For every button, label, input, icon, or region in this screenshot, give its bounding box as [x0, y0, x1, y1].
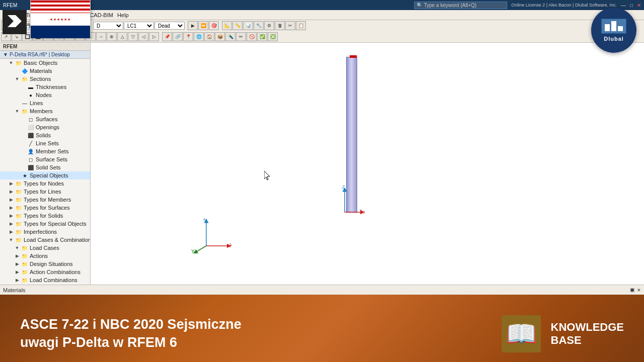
tb-btn9[interactable]: 📏	[232, 21, 243, 30]
tb2-btn10[interactable]: ↔	[96, 32, 106, 41]
tb2-btn26[interactable]: ❎	[268, 32, 278, 41]
banner-right: 📖 KNOWLEDGE BASE	[502, 315, 624, 352]
tree-lc-folder[interactable]: ▼ 📁 Load Cases	[0, 244, 90, 252]
tb-btn6[interactable]: ⏩	[198, 21, 208, 30]
tree-design-situations[interactable]: ▶ 📁 Design Situations	[0, 260, 90, 268]
bottom-banner: ASCE 7-22 i NBC 2020 Sejsmiczne uwagi P-…	[0, 295, 644, 362]
tb-btn15[interactable]: 📋	[296, 21, 306, 30]
tree-types-solids[interactable]: ▶ 📁 Types for Solids	[0, 212, 90, 220]
close-btn[interactable]: ✕	[637, 3, 641, 8]
tree-nodes[interactable]: ● Nodes	[0, 91, 90, 99]
tree-load-combinations[interactable]: ▶ 📁 Load Combinations	[0, 276, 90, 284]
tb2-btn11[interactable]: ⊕	[107, 32, 117, 41]
model-top-pin	[350, 55, 357, 58]
tree-special-objects[interactable]: ★ Special Objects	[0, 171, 90, 179]
tree-action-combinations[interactable]: ▶ 📁 Action Combinations	[0, 268, 90, 276]
svg-text:X: X	[363, 210, 365, 215]
sidebar: RFEM ▼ P-Delta RSA.rf6* | Desktop ▼ 📁 Ba…	[0, 43, 91, 285]
tree-materials[interactable]: 🔷 Materials	[0, 67, 90, 75]
arrow-svg	[7, 14, 23, 30]
tree-types-nodes[interactable]: ▶ 📁 Types for Nodes	[0, 179, 90, 188]
tree-types-lines[interactable]: ▶ 📁 Types for Lines	[0, 188, 90, 196]
cursor	[264, 171, 272, 181]
combo-lc[interactable]: LC1	[124, 22, 154, 30]
tb-btn14[interactable]: ✂	[285, 21, 295, 30]
book-icon: 📖	[502, 315, 541, 352]
tree-solidsets[interactable]: ⬛ Solid Sets	[0, 163, 90, 171]
tree-sections[interactable]: ▼ 📁 Sections	[0, 75, 90, 83]
tree-surfaces[interactable]: ◻ Surfaces	[0, 115, 90, 123]
tree-surfacesets[interactable]: ◻ Surface Sets	[0, 155, 90, 163]
tree-types-surfaces[interactable]: ▶ 📁 Types for Surfaces	[0, 204, 90, 212]
tree-thicknesses[interactable]: ▬ Thicknesses	[0, 83, 90, 91]
tree-openings[interactable]: ⬜ Openings	[0, 123, 90, 131]
tb2-btn16[interactable]: 📌	[162, 32, 172, 41]
tb2-btn20[interactable]: 🏠	[204, 32, 214, 41]
tree-actions[interactable]: ▶ 📁 Actions	[0, 252, 90, 260]
dlubal-logo: Dlubal	[591, 8, 636, 53]
banner-text: ASCE 7-22 i NBC 2020 Sejsmiczne uwagi P-…	[20, 316, 242, 351]
canvas-area[interactable]: 7 Z X	[91, 43, 644, 285]
search-box[interactable]: 🔍 Type a keyword (Alt+Q)	[414, 2, 507, 9]
dlubal-icon-svg	[604, 20, 624, 32]
svg-text:Y: Y	[191, 249, 195, 253]
tree-types-members[interactable]: ▶ 📁 Types for Members	[0, 196, 90, 204]
tb-btn7[interactable]: 🎯	[209, 21, 219, 30]
tb2-btn15[interactable]: ▷	[149, 32, 159, 41]
model-axis-svg: Z X	[335, 185, 365, 215]
tb2-btn13[interactable]: ▽	[128, 32, 138, 41]
svg-rect-12	[605, 24, 610, 31]
panel-close-btn[interactable]: ✕	[637, 288, 641, 293]
svg-text:Z: Z	[203, 218, 206, 221]
tree-static-settings[interactable]: ▶ ⚙ Static Analysis Settings	[0, 284, 90, 285]
flag-container: ★★★★★★	[30, 0, 91, 38]
tb-btn11[interactable]: 🔧	[254, 21, 264, 30]
menu-cadbim[interactable]: CAD-BIM	[88, 12, 114, 19]
svg-rect-13	[611, 21, 616, 31]
tree-types-special[interactable]: ▶ 📁 Types for Special Objects	[0, 220, 90, 228]
maximize-btn[interactable]: □	[630, 3, 633, 8]
tb-btn10[interactable]: 📊	[243, 21, 253, 30]
svg-text:Z: Z	[342, 185, 345, 190]
tb2-btn14[interactable]: ◁	[138, 32, 148, 41]
knowledge-base-text: KNOWLEDGE BASE	[551, 321, 624, 347]
tree-basic-objects[interactable]: ▼ 📁 Basic Objects	[0, 59, 90, 67]
project-label[interactable]: ▼ P-Delta RSA.rf6* | Desktop	[0, 51, 90, 59]
tree-membersets[interactable]: 👤 Member Sets	[0, 147, 90, 155]
cursor-svg	[264, 171, 272, 181]
tree-lines[interactable]: — Lines	[0, 99, 90, 107]
tree-linesets[interactable]: ╱ Line Sets	[0, 139, 90, 147]
tree-members[interactable]: ▼ 📁 Members	[0, 107, 90, 115]
axis-svg: Z X Y	[191, 218, 231, 253]
tb2-btn22[interactable]: 🔦	[225, 32, 235, 41]
tb2-btn12[interactable]: △	[117, 32, 127, 41]
tb2-btn19[interactable]: 🌐	[194, 32, 204, 41]
tree-imperfections[interactable]: ▶ 📁 Imperfections	[0, 228, 90, 236]
tb2-btn24[interactable]: 🚫	[247, 32, 257, 41]
app-title: RFEM	[3, 3, 17, 8]
tb2-btn25[interactable]: ✅	[257, 32, 267, 41]
tree-solids[interactable]: ⬛ Solids	[0, 131, 90, 139]
combo-d[interactable]: D	[93, 22, 123, 30]
bottom-panel: Materials 🔳 ✕	[0, 285, 644, 295]
minimize-btn[interactable]: —	[621, 3, 626, 8]
tree-load-cases[interactable]: ▼ 📁 Load Cases & Combinations	[0, 236, 90, 244]
tb-btn12[interactable]: ⚙	[264, 21, 274, 30]
tb2-btn17[interactable]: 🔗	[173, 32, 183, 41]
tb2-btn21[interactable]: 📦	[215, 32, 225, 41]
tb2-btn18[interactable]: 📍	[183, 32, 193, 41]
svg-line-8	[195, 246, 206, 252]
svg-text:X: X	[229, 243, 231, 248]
dlubal-name: Dlubal	[604, 36, 624, 42]
panel-resize-btn[interactable]: 🔳	[629, 288, 635, 293]
tb-btn8[interactable]: 📐	[222, 21, 232, 30]
banner-line2: uwagi P-Delta w RFEM 6	[20, 334, 242, 351]
tb2-btn23[interactable]: ✏	[236, 32, 246, 41]
tb-btn13[interactable]: 🗑	[275, 21, 285, 30]
menu-help[interactable]: Help	[116, 12, 130, 19]
combo-load[interactable]: Dead	[154, 22, 185, 30]
rfem-label: RFEM	[0, 43, 90, 51]
tb-btn5[interactable]: ▶	[188, 21, 198, 30]
bottom-panel-label: Materials	[3, 287, 26, 293]
svg-rect-14	[618, 26, 623, 31]
